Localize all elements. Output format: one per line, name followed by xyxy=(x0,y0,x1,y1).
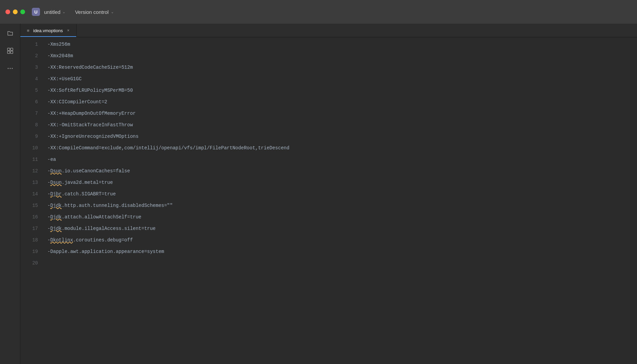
tab-bar: ≡ idea.vmoptions × xyxy=(20,24,637,37)
code-line[interactable]: -Djdk.attach.allowAttachSelf=true xyxy=(42,211,637,223)
code-line[interactable]: -Djdk.module.illegalAccess.silent=true xyxy=(42,223,637,234)
line-number: 16 xyxy=(32,211,38,223)
code-line[interactable]: -Xmx2048m xyxy=(42,50,637,62)
code-line[interactable]: -XX:+IgnoreUnrecognizedVMOptions xyxy=(42,131,637,142)
tab-filename: idea.vmoptions xyxy=(33,28,63,33)
svg-rect-2 xyxy=(7,51,10,53)
code-line[interactable]: -Djdk.http.auth.tunneling.disabledScheme… xyxy=(42,200,637,211)
line-number: 15 xyxy=(32,200,38,211)
svg-point-6 xyxy=(12,68,13,69)
version-control-label: Version control xyxy=(75,9,108,15)
svg-rect-1 xyxy=(11,48,13,50)
code-line[interactable]: -XX:ReservedCodeCacheSize=512m xyxy=(42,62,637,73)
sidebar-more-button[interactable] xyxy=(5,63,16,74)
code-line[interactable]: -Dsun.io.useCanonCaches=false xyxy=(42,165,637,177)
code-line[interactable]: -XX:SoftRefLRUPolicyMSPerMB=50 xyxy=(42,85,637,96)
code-line[interactable]: -XX:+HeapDumpOnOutOfMemoryError xyxy=(42,108,637,119)
project-name-button[interactable]: untitled ⌄ xyxy=(44,9,65,15)
tab-idea-vmoptions[interactable]: ≡ idea.vmoptions × xyxy=(20,24,77,37)
traffic-lights xyxy=(5,9,25,14)
tab-file-icon: ≡ xyxy=(26,28,30,33)
code-line[interactable]: -ea xyxy=(42,154,637,165)
line-numbers: 1234567891011121314151617181920 xyxy=(20,37,42,364)
version-control-button[interactable]: Version control ⌄ xyxy=(75,9,114,15)
project-badge: U xyxy=(32,8,40,16)
code-line[interactable]: -Xms256m xyxy=(42,39,637,50)
code-line[interactable]: -XX:+UseG1GC xyxy=(42,73,637,85)
line-number: 14 xyxy=(32,188,38,200)
code-line[interactable]: -Dkotlinx.coroutines.debug=off xyxy=(42,234,637,246)
line-number: 20 xyxy=(32,257,38,269)
code-line[interactable]: -Djbr.catch.SIGABRT=true xyxy=(42,188,637,200)
line-number: 9 xyxy=(35,131,38,142)
code-line[interactable] xyxy=(42,257,637,269)
maximize-button[interactable] xyxy=(20,9,25,14)
sidebar-structure-button[interactable] xyxy=(5,45,16,56)
line-number: 4 xyxy=(35,73,38,85)
content-area: ≡ idea.vmoptions × 123456789101112131415… xyxy=(20,24,637,364)
titlebar: U untitled ⌄ Version control ⌄ xyxy=(0,0,637,24)
version-control-chevron-icon: ⌄ xyxy=(111,10,114,14)
line-number: 3 xyxy=(35,62,38,73)
minimize-button[interactable] xyxy=(13,9,18,14)
line-number: 12 xyxy=(32,165,38,177)
line-number: 7 xyxy=(35,108,38,119)
code-line[interactable]: -XX:CICompilerCount=2 xyxy=(42,96,637,108)
line-number: 11 xyxy=(32,154,38,165)
line-number: 17 xyxy=(32,223,38,234)
project-chevron-icon: ⌄ xyxy=(62,10,65,14)
code-editor[interactable]: -Xms256m-Xmx2048m-XX:ReservedCodeCacheSi… xyxy=(42,37,637,364)
left-sidebar xyxy=(0,24,20,364)
svg-point-4 xyxy=(7,68,8,69)
line-number: 2 xyxy=(35,50,38,62)
code-line[interactable]: -XX:CompileCommand=exclude,com/intellij/… xyxy=(42,142,637,154)
line-number: 10 xyxy=(32,142,38,154)
editor-area: 1234567891011121314151617181920 -Xms256m… xyxy=(20,37,637,364)
svg-point-5 xyxy=(9,68,11,69)
svg-rect-3 xyxy=(11,51,13,53)
line-number: 8 xyxy=(35,119,38,131)
code-line[interactable]: -XX:-OmitStackTraceInFastThrow xyxy=(42,119,637,131)
line-number: 1 xyxy=(35,39,38,50)
svg-rect-0 xyxy=(7,48,10,50)
line-number: 5 xyxy=(35,85,38,96)
line-number: 6 xyxy=(35,96,38,108)
tab-close-button[interactable]: × xyxy=(65,28,71,33)
main-layout: ≡ idea.vmoptions × 123456789101112131415… xyxy=(0,24,637,364)
sidebar-folder-button[interactable] xyxy=(5,28,16,39)
code-line[interactable]: -Dapple.awt.application.appearance=syste… xyxy=(42,246,637,257)
project-name-label: untitled xyxy=(44,9,60,15)
line-number: 18 xyxy=(32,234,38,246)
line-number: 13 xyxy=(32,177,38,188)
code-line[interactable]: -Dsun.java2d.metal=true xyxy=(42,177,637,188)
line-number: 19 xyxy=(32,246,38,257)
close-button[interactable] xyxy=(5,9,10,14)
